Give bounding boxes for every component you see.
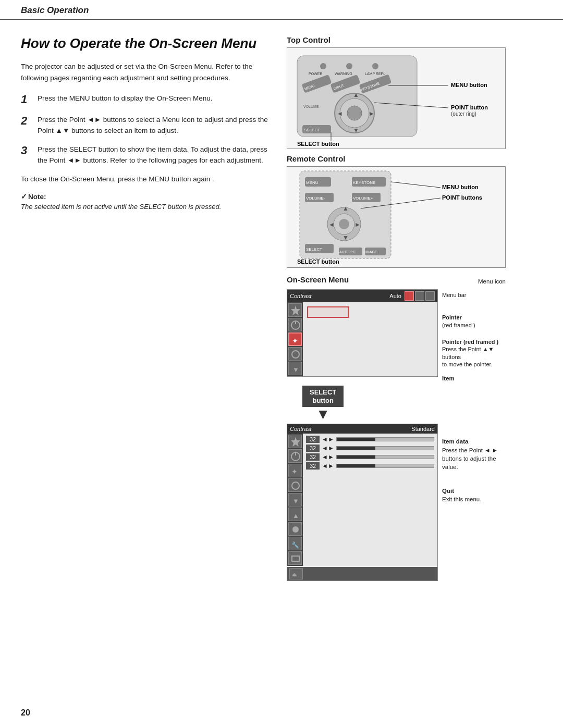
step-number-2: 2 xyxy=(21,114,33,128)
step-number-1: 1 xyxy=(21,93,33,106)
lower-menu-wrapper: Contrast Standard xyxy=(287,424,506,581)
menu-icons xyxy=(405,291,435,301)
svg-text:POINT buttons: POINT buttons xyxy=(442,194,482,201)
lower-icon-b xyxy=(288,449,302,463)
main-content: How to Operate the On-Screen Menu The pr… xyxy=(0,20,563,597)
pointer-label: Pointer xyxy=(442,314,506,321)
svg-text:LAMP REPL.: LAMP REPL. xyxy=(365,72,386,76)
step-2: 2 Press the Point ◄► buttons to select a… xyxy=(21,114,271,137)
svg-text:▲: ▲ xyxy=(292,512,299,520)
pointer-red-ann: Pointer (red framed ) Press the Point ▲▼… xyxy=(442,338,506,368)
svg-text:POINT button: POINT button xyxy=(451,104,488,110)
svg-text:✦: ✦ xyxy=(292,337,298,345)
item-data-desc2: buttons to adjust the xyxy=(442,454,506,463)
menu-left-icons: ✦ ▼ xyxy=(287,302,303,376)
slider-fill-1 xyxy=(337,447,375,450)
step-1: 1 Press the MENU button to display the O… xyxy=(21,93,271,106)
lower-icon-i xyxy=(288,551,302,565)
pointer-red-frame xyxy=(307,306,349,318)
slider-fill-3 xyxy=(337,464,375,467)
lower-icon-e: ▼ xyxy=(288,493,302,507)
step-3: 3 Press the SELECT button to show the it… xyxy=(21,144,271,166)
menu-icon-b xyxy=(288,318,302,331)
upper-menu-diagram: Contrast Auto xyxy=(287,289,438,377)
top-control-title: Top Control xyxy=(287,35,506,44)
lower-body: ✦ ▼ ▲ xyxy=(287,434,437,566)
svg-line-52 xyxy=(391,182,440,188)
svg-point-45 xyxy=(339,219,349,229)
intro-text: The projector can be adjusted or set via… xyxy=(21,61,271,83)
menu-bar-ann: Menu bar xyxy=(442,291,506,299)
svg-text:SELECT: SELECT xyxy=(304,128,320,132)
upper-menu-wrapper: Contrast Auto xyxy=(287,289,506,424)
svg-text:SELECT: SELECT xyxy=(306,247,322,252)
step-text-3: Press the SELECT button to show the item… xyxy=(38,144,271,166)
down-arrow: ▼ xyxy=(316,407,331,422)
menu-icon-e: ▼ xyxy=(288,362,302,375)
slider-row-1: 32 ◄► xyxy=(306,445,434,452)
svg-rect-72 xyxy=(292,556,299,561)
svg-text:VOLUME: VOLUME xyxy=(303,105,319,108)
select-button-area: SELECT button ▼ xyxy=(287,382,506,424)
slider-bar-0 xyxy=(336,437,434,441)
svg-text:►: ► xyxy=(354,221,361,228)
select-btn-group: SELECT button ▼ xyxy=(302,386,344,422)
svg-text:WARNING: WARNING xyxy=(335,72,352,76)
svg-text:◄: ◄ xyxy=(328,221,335,228)
svg-text:▲: ▲ xyxy=(342,205,349,212)
contrast-label: Contrast xyxy=(290,293,312,299)
quit-icon: ⏏ xyxy=(289,568,303,579)
quit-label: Quit xyxy=(442,487,506,495)
svg-point-61 xyxy=(292,351,299,358)
svg-text:MENU button: MENU button xyxy=(451,82,487,88)
menu-annotations-right: Menu bar Pointer (red framed ) Pointer (… xyxy=(438,289,506,382)
auto-label: Auto xyxy=(389,293,401,299)
slider-row-3: 32 ◄► xyxy=(306,462,434,470)
menu-icon-d xyxy=(288,347,302,361)
item-data-group: Item data Press the Point ◄ ► buttons to… xyxy=(442,437,506,471)
remote-control-section: Remote Control MENU KEYSTONE VOLUME- xyxy=(287,154,506,268)
svg-rect-65 xyxy=(295,452,296,455)
lower-standard: Standard xyxy=(411,426,435,432)
lower-icon-c: ✦ xyxy=(288,464,302,477)
menu-bar: Contrast Auto xyxy=(287,290,437,302)
pointer-ann: Pointer (red framed ) xyxy=(442,314,506,329)
slider-fill-0 xyxy=(337,438,375,441)
menu-bar-label: Menu bar xyxy=(442,292,466,298)
quit-row: ⏏ xyxy=(287,567,437,581)
slider-arrow-2: ◄► xyxy=(322,453,334,461)
svg-point-19 xyxy=(347,106,362,120)
slider-val-2: 32 xyxy=(306,453,320,461)
lower-icon-a xyxy=(288,435,302,448)
menu-icon-selected: ✦ xyxy=(288,332,302,346)
header-title: Basic Operation xyxy=(21,5,89,15)
slider-arrow-1: ◄► xyxy=(322,445,334,452)
svg-text:🔧: 🔧 xyxy=(291,541,299,549)
press-point: Press the Point ▲▼ buttons xyxy=(442,346,506,361)
svg-point-67 xyxy=(292,482,299,489)
slider-val-1: 32 xyxy=(306,445,320,452)
svg-text:VOLUME+: VOLUME+ xyxy=(353,196,373,201)
svg-text:▼: ▼ xyxy=(292,366,299,374)
page-container: Basic Operation How to Operate the On-Sc… xyxy=(0,0,563,728)
pointer-red-framed: Pointer (red framed ) xyxy=(442,338,506,346)
item-data-label: Item data xyxy=(442,437,506,446)
slider-arrow-0: ◄► xyxy=(322,436,334,443)
slider-row-0: 32 ◄► xyxy=(306,436,434,443)
quit-desc: Exit this menu. xyxy=(442,495,506,503)
button-label: button xyxy=(312,397,333,404)
svg-text:◄: ◄ xyxy=(337,110,343,117)
slider-row-2: 32 ◄► xyxy=(306,453,434,461)
slider-bar-3 xyxy=(336,464,434,468)
menu-icon-label: Menu icon xyxy=(478,278,506,285)
menu-content xyxy=(303,302,437,376)
onscreen-section: On-Screen Menu Menu icon Contrast Auto xyxy=(287,275,506,581)
svg-rect-59 xyxy=(295,321,296,324)
svg-text:SELECT button: SELECT button xyxy=(297,141,339,147)
svg-text:IMAGE: IMAGE xyxy=(365,250,377,254)
svg-marker-63 xyxy=(291,437,300,447)
svg-point-3 xyxy=(372,63,378,69)
slider-val-0: 32 xyxy=(306,436,320,443)
svg-point-70 xyxy=(292,526,299,533)
menu-icon-active xyxy=(405,291,414,301)
